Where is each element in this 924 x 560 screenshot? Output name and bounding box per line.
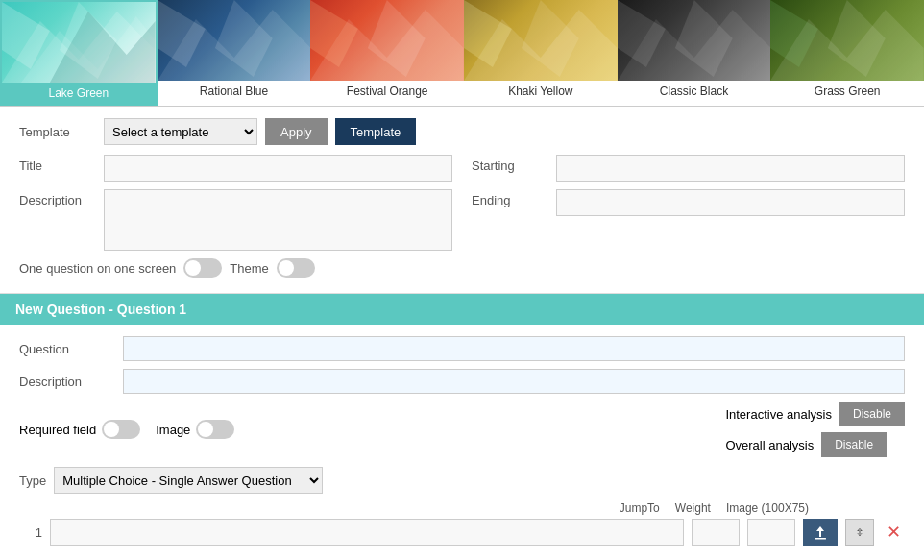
answer-num-1: 1 <box>19 525 42 540</box>
right-col: Starting Ending <box>472 155 905 251</box>
overall-analysis-label: Overall analysis <box>725 438 814 452</box>
theme-toggle-label: Theme <box>230 261 268 276</box>
upload-icon <box>813 524 828 540</box>
theme-rational-blue-label: Rational Blue <box>158 81 311 102</box>
starting-input[interactable] <box>556 155 905 182</box>
theme-khaki-yellow-label: Khaki Yellow <box>464 81 618 102</box>
fields-area: Title Description Starting Ending <box>19 155 905 251</box>
question-input-row: Question <box>19 336 905 361</box>
theme-toggle[interactable] <box>277 258 315 278</box>
question-field-label: Question <box>19 342 115 356</box>
theme-lake-green[interactable]: Lake Green <box>0 0 158 106</box>
question-description-row: Description <box>19 369 905 394</box>
question-input[interactable] <box>123 336 905 361</box>
toggle-row: One question on one screen Theme <box>19 258 905 278</box>
image-header: Image (100X75) <box>726 501 809 515</box>
description-row: Description <box>19 189 452 251</box>
theme-classic-black-label: Classic Black <box>618 81 771 102</box>
answer-row: 1 ✕ <box>19 519 905 546</box>
theme-classic-black[interactable]: Classic Black <box>618 0 771 106</box>
one-question-toggle[interactable] <box>183 258 222 278</box>
answer-input-1[interactable] <box>50 519 684 546</box>
theme-rational-blue[interactable]: Rational Blue <box>158 0 311 106</box>
template-row: Template Select a template Apply Templat… <box>19 118 905 145</box>
jumpto-header: JumpTo <box>620 501 660 515</box>
theme-bar: Lake Green Rational Blue Festival Orange <box>0 0 924 107</box>
theme-grass-green[interactable]: Grass Green <box>770 0 924 106</box>
template-button[interactable]: Template <box>335 118 417 145</box>
description-label: Description <box>19 189 96 207</box>
type-row: Type Multiple Choice - Single Answer Que… <box>19 467 905 494</box>
theme-festival-orange[interactable]: Festival Orange <box>310 0 464 106</box>
description-input[interactable] <box>104 189 452 251</box>
theme-lake-green-label: Lake Green <box>2 83 156 104</box>
answer-delete-1[interactable]: ✕ <box>882 519 905 546</box>
interactive-analysis-button[interactable]: Disable <box>839 402 905 426</box>
required-toggle[interactable] <box>102 420 140 439</box>
one-question-label: One question on one screen <box>19 261 176 276</box>
theme-festival-orange-label: Festival Orange <box>310 81 464 102</box>
question-header: New Question - Question 1 <box>0 294 924 325</box>
overall-analysis-button[interactable]: Disable <box>821 432 887 457</box>
apply-button[interactable]: Apply <box>265 118 328 145</box>
template-label: Template <box>19 125 96 139</box>
analysis-group: Interactive analysis Disable Overall ana… <box>725 402 905 457</box>
template-select[interactable]: Select a template <box>104 118 257 145</box>
weight-header: Weight <box>675 501 711 515</box>
image-group: Image <box>156 420 234 439</box>
image-label: Image <box>156 423 190 437</box>
svg-rect-20 <box>815 538 826 540</box>
required-group: Required field <box>19 420 140 439</box>
answer-up-1[interactable] <box>845 519 874 546</box>
starting-row: Starting <box>472 155 905 182</box>
title-label: Title <box>19 155 96 173</box>
title-input[interactable] <box>104 155 452 182</box>
type-label: Type <box>19 474 46 488</box>
answer-header: JumpTo Weight Image (100X75) <box>19 501 905 515</box>
interactive-analysis-label: Interactive analysis <box>725 407 832 422</box>
question-header-text: New Question - Question 1 <box>15 302 186 317</box>
question-section: Question Description Required field Imag… <box>0 325 924 560</box>
ending-label: Ending <box>472 189 548 207</box>
type-select[interactable]: Multiple Choice - Single Answer Question… <box>54 467 323 494</box>
answer-weight-1[interactable] <box>747 519 795 546</box>
overall-analysis-row: Overall analysis Disable <box>725 432 905 457</box>
up-down-icon <box>854 526 865 538</box>
title-row: Title <box>19 155 452 182</box>
theme-khaki-yellow[interactable]: Khaki Yellow <box>464 0 618 106</box>
required-label: Required field <box>19 423 96 437</box>
image-toggle[interactable] <box>196 420 234 439</box>
theme-grass-green-label: Grass Green <box>770 81 924 102</box>
settings-area: Template Select a template Apply Templat… <box>0 107 924 294</box>
ending-input[interactable] <box>556 189 905 216</box>
answer-upload-1[interactable] <box>803 519 838 546</box>
ending-row: Ending <box>472 189 905 216</box>
left-col: Title Description <box>19 155 452 251</box>
answer-jump-1[interactable] <box>692 519 740 546</box>
starting-label: Starting <box>472 155 548 173</box>
q-description-label: Description <box>19 375 115 389</box>
interactive-analysis-row: Interactive analysis Disable <box>725 402 905 426</box>
q-description-input[interactable] <box>123 369 905 394</box>
